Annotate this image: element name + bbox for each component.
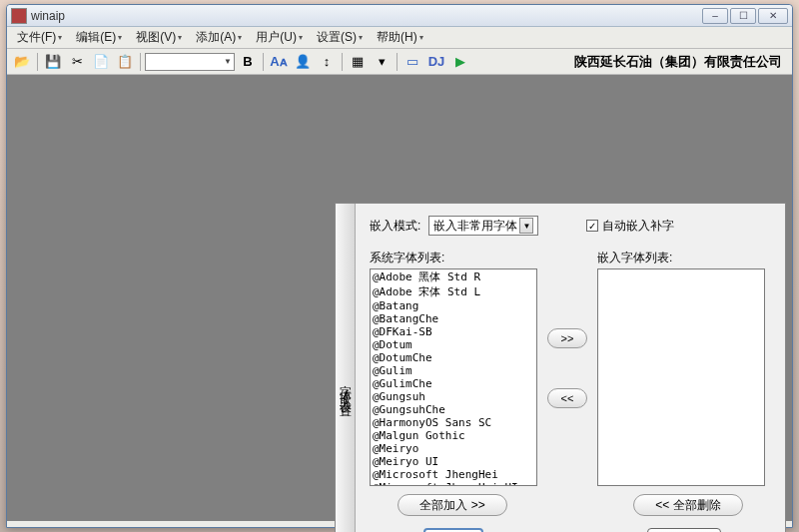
close-button[interactable]: ✕ — [758, 8, 788, 24]
dialog-tab-title[interactable]: 字体嵌入设置 — [336, 204, 356, 532]
embed-mode-label: 嵌入模式: — [370, 218, 420, 235]
separator — [263, 53, 264, 71]
list-item[interactable]: @DotumChe — [371, 351, 536, 364]
app-icon — [11, 8, 27, 24]
remove-font-button[interactable]: << — [547, 388, 587, 408]
system-fonts-label: 系统字体列表: — [370, 250, 537, 266]
open-icon[interactable]: 📂 — [11, 52, 33, 72]
add-all-button[interactable]: 全部加入 >> — [398, 494, 507, 516]
list-item[interactable]: @Meiryo UI — [371, 455, 536, 468]
color-grid-icon[interactable]: ▦ — [347, 52, 369, 72]
auto-embed-label: 自动嵌入补字 — [602, 218, 674, 235]
menu-settings[interactable]: 设置(S)▾ — [311, 27, 369, 48]
checkbox-icon: ✓ — [586, 220, 598, 232]
minimize-button[interactable]: – — [702, 8, 728, 24]
list-item[interactable]: @Malgun Gothic — [371, 429, 536, 442]
arrow-icon[interactable]: ↕ — [316, 52, 338, 72]
separator — [140, 53, 141, 71]
auto-embed-checkbox[interactable]: ✓ 自动嵌入补字 — [586, 218, 674, 235]
ok-button[interactable]: 确定 — [423, 528, 483, 532]
font-embed-dialog: 字体嵌入设置 嵌入模式: 嵌入非常用字体 ▼ ✓ 自动嵌入补字 系统字体列表: — [335, 203, 786, 532]
list-item[interactable]: @BatangChe — [371, 312, 536, 325]
toolbar: 📂 💾 ✂ 📄 📋 ▼ B Aᴀ 👤 ↕ ▦ ▾ ▭ DJ ▶ 陕西延长石油（集… — [7, 49, 792, 75]
list-item[interactable]: @GungsuhChe — [371, 403, 536, 416]
font-size-icon[interactable]: Aᴀ — [268, 52, 290, 72]
list-item[interactable]: @Microsoft JhengHei — [371, 468, 536, 481]
maximize-button[interactable]: ☐ — [730, 8, 756, 24]
list-item[interactable]: @Adobe 黑体 Std R — [371, 269, 536, 284]
save-icon[interactable]: 💾 — [42, 52, 64, 72]
list-item[interactable]: @Microsoft JhengHei UI — [371, 481, 536, 486]
menu-edit[interactable]: 编辑(E)▾ — [70, 27, 128, 48]
remove-all-button[interactable]: << 全部删除 — [633, 494, 743, 516]
window-controls: – ☐ ✕ — [702, 8, 788, 24]
dj-icon[interactable]: DJ — [425, 52, 447, 72]
menubar: 文件(F)▾ 编辑(E)▾ 视图(V)▾ 添加(A)▾ 用户(U)▾ 设置(S)… — [7, 27, 792, 49]
cut-icon[interactable]: ✂ — [66, 52, 88, 72]
menu-file[interactable]: 文件(F)▾ — [11, 27, 68, 48]
list-item[interactable]: @Adobe 宋体 Std L — [371, 284, 536, 299]
user-icon[interactable]: 👤 — [292, 52, 314, 72]
list-item[interactable]: @Batang — [371, 299, 536, 312]
menu-add[interactable]: 添加(A)▾ — [190, 27, 248, 48]
add-font-button[interactable]: >> — [547, 328, 587, 348]
separator — [397, 53, 398, 71]
page-icon[interactable]: ▭ — [401, 52, 423, 72]
font-combo[interactable]: ▼ — [145, 53, 235, 71]
system-fonts-listbox[interactable]: @Adobe 黑体 Std R@Adobe 宋体 Std L@Batang@Ba… — [370, 268, 537, 486]
embed-fonts-label: 嵌入字体列表: — [597, 250, 765, 266]
canvas-area: 字体嵌入设置 嵌入模式: 嵌入非常用字体 ▼ ✓ 自动嵌入补字 系统字体列表: — [7, 75, 792, 521]
list-item[interactable]: @GulimChe — [371, 377, 536, 390]
embed-mode-value: 嵌入非常用字体 — [433, 218, 517, 235]
close-dialog-button[interactable]: 关闭 — [647, 528, 721, 532]
list-item[interactable]: @Gungsuh — [371, 390, 536, 403]
paste-icon[interactable]: 📋 — [114, 52, 136, 72]
menu-user[interactable]: 用户(U)▾ — [250, 27, 309, 48]
embed-fonts-listbox[interactable] — [597, 268, 765, 486]
copy-icon[interactable]: 📄 — [90, 52, 112, 72]
chevron-down-icon[interactable]: ▾ — [371, 52, 393, 72]
bold-icon[interactable]: B — [237, 52, 259, 72]
menu-help[interactable]: 帮助(H)▾ — [371, 27, 429, 48]
embed-mode-combo[interactable]: 嵌入非常用字体 ▼ — [428, 216, 538, 236]
company-label: 陕西延长石油（集团）有限责任公司 — [574, 53, 788, 71]
list-item[interactable]: @DFKai-SB — [371, 325, 536, 338]
separator — [342, 53, 343, 71]
menu-view[interactable]: 视图(V)▾ — [130, 27, 188, 48]
list-item[interactable]: @Meiryo — [371, 442, 536, 455]
main-window: winaip – ☐ ✕ 文件(F)▾ 编辑(E)▾ 视图(V)▾ 添加(A)▾… — [6, 4, 793, 528]
dialog-body: 嵌入模式: 嵌入非常用字体 ▼ ✓ 自动嵌入补字 系统字体列表: @Adobe … — [356, 204, 785, 532]
separator — [37, 53, 38, 71]
window-title: winaip — [31, 9, 702, 23]
run-icon[interactable]: ▶ — [449, 52, 471, 72]
titlebar: winaip – ☐ ✕ — [7, 5, 792, 27]
chevron-down-icon: ▼ — [519, 218, 533, 234]
list-item[interactable]: @Gulim — [371, 364, 536, 377]
list-item[interactable]: @HarmonyOS Sans SC — [371, 416, 536, 429]
list-item[interactable]: @Dotum — [371, 338, 536, 351]
